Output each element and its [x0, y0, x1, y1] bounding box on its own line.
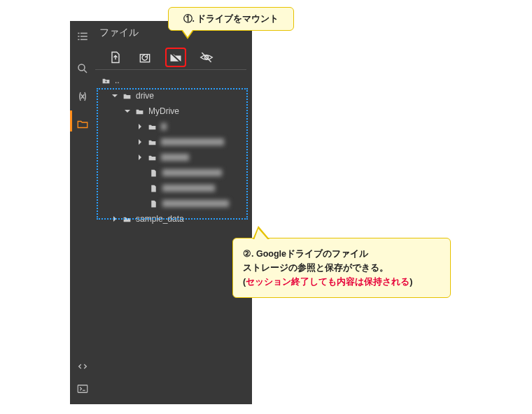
variables-icon[interactable] [70, 85, 95, 108]
toggle-hidden-button[interactable] [197, 48, 216, 66]
file-icon [147, 167, 160, 178]
callout-line: ストレージの参照と保存ができる。 [243, 261, 440, 275]
left-rail [70, 21, 95, 404]
files-tab-icon[interactable] [70, 113, 95, 136]
chevron-right-icon [134, 121, 146, 132]
file-tree: .. drive MyDrive [95, 73, 252, 404]
svg-line-13 [202, 52, 211, 62]
blurred-label [161, 123, 167, 130]
tree-row[interactable] [95, 165, 252, 180]
chevron-right-icon [134, 136, 146, 148]
svg-rect-2 [78, 36, 79, 37]
active-tab-indicator [70, 110, 72, 131]
svg-rect-3 [80, 36, 88, 37]
svg-line-7 [84, 70, 87, 73]
file-panel: ファイル .. drive [70, 21, 252, 404]
blurred-label [162, 169, 222, 176]
tree-row-drive[interactable]: drive [95, 88, 252, 104]
terminal-icon[interactable] [70, 378, 95, 400]
file-icon [147, 183, 160, 194]
svg-rect-10 [140, 54, 149, 62]
chevron-down-icon [122, 106, 133, 117]
folder-icon [133, 106, 146, 117]
search-icon[interactable] [70, 57, 95, 80]
folder-icon [120, 90, 133, 101]
refresh-button[interactable] [136, 48, 154, 66]
toc-icon[interactable] [70, 25, 95, 48]
folder-icon [120, 213, 133, 224]
callout-text: ①. ドライブをマウント [183, 13, 279, 25]
tree-row-root[interactable]: .. [95, 73, 252, 88]
chevron-right-icon [109, 213, 120, 224]
svg-point-6 [78, 64, 85, 71]
tree-row[interactable] [95, 119, 252, 134]
folder-icon [146, 152, 158, 163]
tree-row[interactable] [95, 196, 252, 211]
svg-rect-0 [78, 33, 79, 34]
file-toolbar [95, 45, 246, 70]
blurred-label [161, 138, 224, 145]
annotation-callout-1: ①. ドライブをマウント [168, 7, 294, 31]
tree-row-sample-data[interactable]: sample_data [95, 211, 252, 227]
chevron-right-icon [134, 152, 146, 163]
folder-icon [146, 121, 158, 132]
tree-label: .. [115, 76, 120, 85]
tree-label: MyDrive [148, 106, 179, 116]
file-panel-main: ファイル .. drive [95, 21, 252, 404]
chevron-down-icon [109, 90, 120, 101]
folder-up-icon [99, 75, 112, 86]
mount-drive-button[interactable] [165, 48, 186, 67]
upload-button[interactable] [106, 48, 125, 66]
tree-row[interactable] [95, 134, 252, 150]
svg-rect-5 [80, 39, 88, 41]
blurred-label [161, 154, 189, 161]
blurred-label [162, 200, 229, 207]
folder-icon [146, 136, 158, 148]
tree-row-mydrive[interactable]: MyDrive [95, 104, 252, 119]
annotation-callout-2: ②. Googleドライブのファイル ストレージの参照と保存ができる。 (セッシ… [232, 238, 451, 298]
tree-row[interactable] [95, 180, 252, 196]
svg-rect-1 [80, 33, 88, 34]
callout-line: (セッション終了しても内容は保持される) [243, 275, 440, 289]
code-snippets-icon[interactable] [70, 355, 95, 378]
tree-row[interactable] [95, 150, 252, 165]
svg-rect-8 [78, 385, 88, 393]
svg-rect-4 [78, 39, 79, 41]
blurred-label [162, 185, 215, 192]
tree-label: drive [136, 91, 154, 101]
file-icon [147, 198, 160, 209]
callout-line: ②. Googleドライブのファイル [243, 247, 440, 261]
tree-label: sample_data [136, 214, 184, 224]
